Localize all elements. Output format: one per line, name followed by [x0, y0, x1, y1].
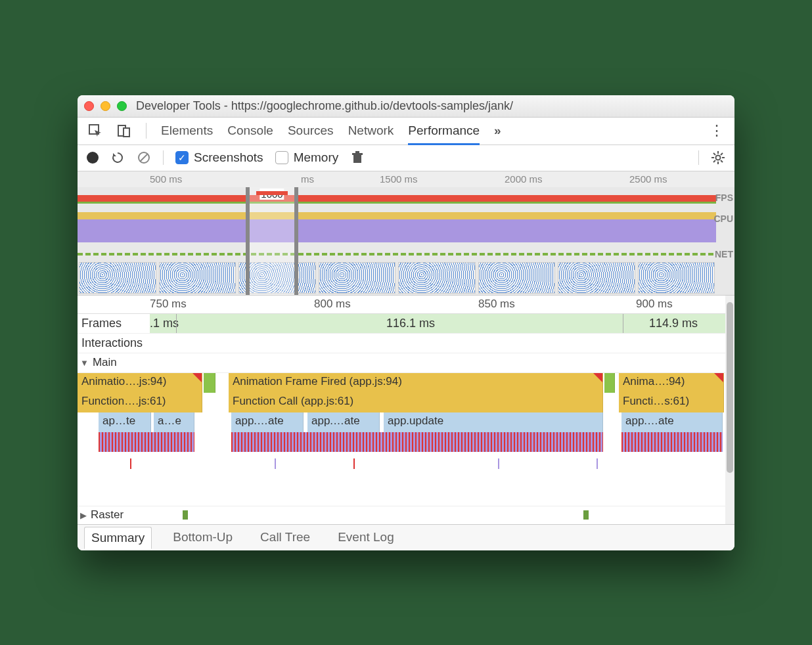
flame-event[interactable] — [231, 432, 603, 452]
separator — [698, 150, 699, 165]
svg-line-13 — [713, 153, 715, 155]
trash-icon[interactable] — [350, 150, 365, 165]
svg-point-8 — [716, 156, 721, 160]
flame-event[interactable]: ap…te — [99, 412, 151, 432]
svg-rect-5 — [353, 154, 361, 163]
flame-event[interactable] — [99, 432, 194, 452]
ruler-tick: 800 ms — [314, 298, 351, 311]
svg-rect-2 — [124, 128, 129, 137]
tab-bottom-up[interactable]: Bottom-Up — [166, 527, 239, 548]
flame-event[interactable]: app.…ate — [307, 412, 380, 432]
settings-gear-icon[interactable] — [711, 150, 725, 165]
more-tabs-icon[interactable]: » — [494, 123, 501, 138]
ruler-tick: 900 ms — [636, 298, 673, 311]
screenshot-thumb[interactable] — [319, 262, 396, 294]
flame-event[interactable]: Anima…:94) — [619, 373, 724, 393]
flame-event[interactable]: app.…ate — [231, 412, 304, 432]
flame-event[interactable] — [130, 458, 131, 469]
screenshots-checkbox[interactable]: ✓ Screenshots — [175, 150, 263, 165]
flame-event[interactable]: Function….js:61) — [78, 393, 202, 412]
detail-ruler[interactable]: 750 ms 800 ms 850 ms 900 ms — [78, 296, 734, 314]
svg-line-4 — [140, 154, 148, 162]
disclosure-triangle-down-icon[interactable]: ▼ — [80, 358, 89, 368]
flame-event[interactable]: Animation Frame Fired (app.js:94) — [229, 373, 603, 393]
tab-summary[interactable]: Summary — [84, 527, 152, 549]
svg-rect-6 — [352, 153, 363, 155]
svg-line-14 — [721, 160, 723, 162]
tab-elements[interactable]: Elements — [161, 118, 213, 143]
ruler-tick: 500 ms — [150, 173, 182, 185]
memory-checkbox[interactable]: Memory — [275, 150, 339, 165]
tab-sources[interactable]: Sources — [288, 118, 334, 143]
ruler-tick: 2000 ms — [505, 173, 543, 185]
overview-selection-handle[interactable]: 1000 — [246, 187, 298, 295]
tab-console[interactable]: Console — [227, 118, 273, 143]
flame-event[interactable] — [498, 458, 499, 469]
screenshot-thumb[interactable] — [478, 262, 556, 294]
screenshot-thumbnails[interactable] — [78, 261, 716, 295]
main-thread-header[interactable]: ▼ Main — [78, 353, 734, 373]
frames-track[interactable]: .1 ms 116.1 ms 114.9 ms — [150, 314, 734, 333]
flame-event[interactable]: Animatio….js:94) — [78, 373, 202, 393]
screenshot-thumb[interactable] — [638, 262, 715, 294]
devtools-menu-icon[interactable]: ⋮ — [710, 122, 724, 139]
flame-event[interactable] — [597, 458, 598, 469]
device-toolbar-icon[interactable] — [117, 123, 131, 138]
ruler-tick: 1500 ms — [380, 173, 418, 185]
cpu-label: CPU — [713, 213, 733, 224]
flame-chart[interactable]: Animatio….js:94) Animation Frame Fired (… — [78, 373, 734, 524]
screenshot-thumb[interactable] — [398, 262, 476, 294]
checkbox-checked-icon: ✓ — [175, 151, 189, 164]
tab-network[interactable]: Network — [348, 118, 394, 143]
frame-duration: 116.1 ms — [386, 317, 435, 330]
close-window-button[interactable] — [84, 101, 94, 111]
tab-event-log[interactable]: Event Log — [331, 527, 401, 548]
disclosure-triangle-right-icon[interactable]: ▶ — [80, 510, 87, 520]
zoom-window-button[interactable] — [117, 101, 127, 111]
net-track — [78, 253, 716, 256]
vertical-scrollbar[interactable] — [725, 296, 734, 524]
window-controls — [84, 101, 127, 111]
interactions-row[interactable]: Interactions — [78, 334, 734, 353]
overview-ruler[interactable]: 500 ms 1500 ms 2000 ms 2500 ms — [78, 171, 734, 187]
flame-event[interactable] — [604, 373, 615, 393]
overview-pane[interactable]: 500 ms 1500 ms 2000 ms 2500 ms FPS CPU N… — [78, 171, 734, 296]
overview-body[interactable]: FPS CPU NET 1000 ms — [78, 187, 734, 295]
details-tabs: Summary Bottom-Up Call Tree Event Log — [78, 524, 734, 550]
flame-event[interactable] — [583, 510, 589, 520]
flame-event[interactable] — [183, 510, 188, 520]
minimize-window-button[interactable] — [101, 101, 110, 111]
flame-event[interactable]: a…e — [154, 412, 194, 432]
clear-icon[interactable] — [137, 150, 151, 165]
flame-event[interactable]: app.…ate — [621, 412, 723, 432]
flame-event[interactable] — [204, 373, 215, 393]
tab-call-tree[interactable]: Call Tree — [254, 527, 317, 548]
flame-event[interactable] — [621, 432, 723, 452]
tab-performance[interactable]: Performance — [408, 118, 480, 145]
flame-event[interactable]: Functi…s:61) — [619, 393, 724, 412]
main-label: Main — [93, 356, 117, 369]
record-button[interactable] — [87, 152, 99, 164]
flame-event[interactable]: Function Call (app.js:61) — [229, 393, 603, 412]
svg-line-16 — [721, 153, 723, 155]
memory-label: Memory — [294, 150, 339, 165]
cpu-track — [78, 212, 716, 242]
frames-row[interactable]: Frames .1 ms 116.1 ms 114.9 ms — [78, 314, 734, 334]
titlebar[interactable]: Developer Tools - https://googlechrome.g… — [78, 95, 734, 118]
screenshot-thumb[interactable] — [558, 262, 635, 294]
fps-track — [78, 195, 716, 202]
devtools-window: Developer Tools - https://googlechrome.g… — [78, 95, 734, 550]
scrollbar-thumb[interactable] — [727, 302, 733, 473]
flamechart-pane[interactable]: 750 ms 800 ms 850 ms 900 ms Frames .1 ms… — [78, 296, 734, 524]
flame-event[interactable] — [275, 458, 276, 469]
checkbox-unchecked-icon — [275, 151, 288, 164]
screenshot-thumb[interactable] — [79, 262, 156, 294]
inspect-element-icon[interactable] — [88, 123, 102, 138]
flame-event[interactable]: app.update — [384, 412, 603, 432]
flame-event[interactable] — [353, 458, 355, 469]
raster-row[interactable]: ▶ Raster — [78, 506, 734, 524]
screenshots-label: Screenshots — [194, 150, 263, 165]
screenshot-thumb[interactable] — [159, 262, 237, 294]
fps-label: FPS — [715, 192, 733, 203]
reload-record-icon[interactable] — [110, 150, 125, 165]
